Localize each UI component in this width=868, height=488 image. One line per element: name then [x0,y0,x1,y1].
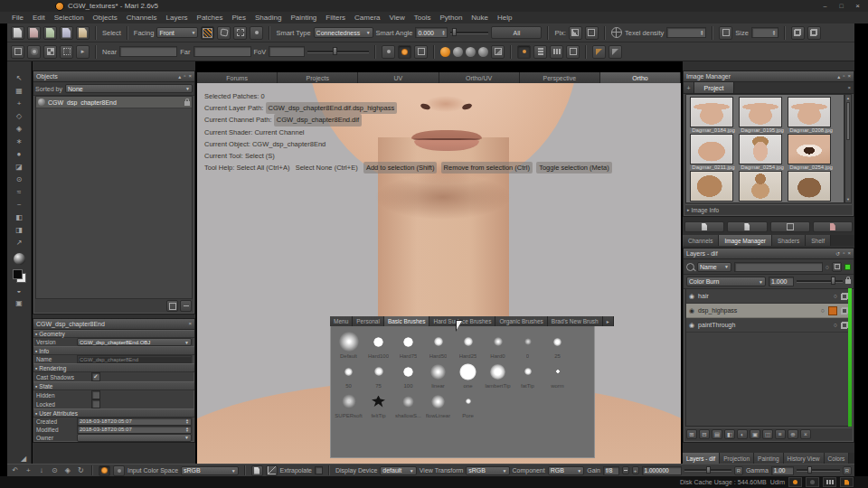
view-reset-icon[interactable]: ↻ [76,465,87,475]
cast-shadows-checkbox[interactable]: ✓ [91,372,100,381]
viewport-tab-perspective[interactable]: Perspective [520,72,600,83]
properties-title-bar[interactable]: CGW_dsp_chapter8End × [33,319,194,330]
fov-field[interactable] [269,46,305,57]
brush-supersoft[interactable]: SUPERsoft [334,390,363,418]
pixel-grid-button[interactable] [585,26,599,40]
gain-minus-button[interactable] [622,466,629,474]
select-object-mode-button[interactable] [201,26,214,40]
image-thumbnail[interactable] [788,134,831,164]
close-icon[interactable]: × [847,250,851,257]
brush-hard100[interactable]: Hard100 [363,331,393,359]
scroll-down-icon[interactable]: ▼ [845,196,851,202]
marquee-select-tool[interactable]: ▦ [12,85,26,96]
close-icon[interactable]: × [188,73,192,80]
view-tumble-icon[interactable]: ↶ [10,465,21,475]
pin-icon[interactable]: ▴ [837,73,840,80]
near-field[interactable] [119,46,177,57]
layer-amount-field[interactable]: 1.000 [769,277,794,286]
locked-checkbox[interactable] [91,399,100,408]
menu-item-channels[interactable]: Channels [122,14,162,22]
open-image-button[interactable] [684,221,724,232]
view-zoom-icon[interactable]: ⊙ [50,465,61,475]
lighting-full-button[interactable] [414,45,428,59]
float-icon[interactable]: ▫ [843,250,844,257]
save-project-button[interactable] [43,26,57,40]
lighting-flat-button[interactable] [382,45,395,59]
image-thumbnail[interactable] [788,171,831,202]
add-mask-button[interactable]: ◐ [737,429,748,439]
tab-shaders[interactable]: Shaders [772,235,806,246]
scroll-up-icon[interactable]: ▲ [845,95,851,101]
close-tab-icon[interactable]: × [847,85,854,90]
version-dropdown[interactable]: CGW_dsp_chapter8End.OBJ ▼ [77,338,192,346]
visibility-eye-icon[interactable]: ◉ [689,293,694,300]
brush-lamberttip[interactable]: lambertTip [483,361,513,389]
menu-item-objects[interactable]: Objects [89,14,122,22]
undock-icon[interactable]: ↺ [835,250,840,257]
color-swatches[interactable] [13,269,26,283]
spray-button[interactable] [113,465,125,476]
new-project-button[interactable] [11,26,24,40]
gamma-reset-button[interactable]: R [843,466,852,475]
paste-button[interactable] [807,26,821,40]
brush-100[interactable]: 100 [393,361,423,389]
user-attributes-section-header[interactable]: ▪User Attributes [33,408,194,418]
image-grid-scrollbar[interactable]: ▲ ▼ [844,94,852,203]
smart-angle-slider[interactable] [450,32,488,34]
select-patch-mode-button[interactable] [217,26,231,40]
paint-tool[interactable]: ● [12,148,26,159]
display-device-dropdown[interactable]: default ▼ [380,466,417,475]
state-section-header[interactable]: ▪State [33,381,194,390]
close-icon[interactable]: × [188,321,192,326]
gain-plus-button[interactable]: + [632,466,639,474]
tab-projection[interactable]: Projection [720,453,754,464]
lock-icon[interactable] [184,101,190,106]
slider-handle[interactable] [333,47,337,55]
slider-handle[interactable] [706,466,711,474]
tab-shelf[interactable]: Shelf [806,235,831,246]
maximize-button[interactable]: □ [835,1,848,10]
brush-0[interactable]: 0 [513,331,542,359]
gain-fstop-field[interactable]: f/8 [603,466,619,475]
mask-circle-icon[interactable]: ○ [834,322,837,328]
image-manager-header[interactable]: Image Manager ▴ ▫ × [684,71,854,82]
tab-image-manager[interactable]: Image Manager [719,235,772,246]
close-icon[interactable]: × [847,73,851,80]
object-list-item[interactable]: CGW_dsp_chapter8End [36,97,192,108]
spinner-icon[interactable]: ▲▼ [700,30,703,35]
layer-row-paintthrough[interactable]: ◉ paintThrough ○ [686,318,851,333]
view-transform-dropdown[interactable]: sRGB ▼ [466,466,509,475]
view-dolly-icon[interactable]: ↓ [36,465,47,475]
tab-colors[interactable]: Colors [825,453,850,464]
layer-amount-slider[interactable] [797,280,843,283]
brushes-tab-organic[interactable]: Organic Brushes [495,316,547,326]
menu-item-edit[interactable]: Edit [28,14,50,22]
image-thumbnail[interactable] [739,97,782,127]
fov-slider[interactable] [307,51,369,53]
menu-item-python[interactable]: Python [435,14,467,22]
brushes-tab-menu[interactable]: Menu [330,316,353,326]
sorted-by-dropdown[interactable]: None ▼ [65,84,193,93]
gradient-tool[interactable]: ◧ [12,211,26,222]
snapshot-button[interactable] [251,465,263,476]
spinner-icon[interactable]: ▲▼ [441,30,445,35]
image-thumbnail[interactable] [690,134,733,164]
fill-tool[interactable]: ◨ [12,224,26,235]
slice-tool[interactable]: ◈ [12,123,26,134]
tab-history-view[interactable]: History View [784,453,825,464]
add-adjustment-button[interactable]: ◧ [724,429,735,439]
shading-basic-ball-icon[interactable] [453,47,463,57]
brush-worm[interactable]: worm [542,361,572,389]
select-tool[interactable]: ↖ [12,72,26,83]
uv-button[interactable] [719,26,732,40]
adjustment-badge[interactable] [828,306,837,315]
float-icon[interactable]: ▫ [184,73,185,80]
slider-handle[interactable] [831,277,835,285]
menu-item-shading[interactable]: Shading [250,14,286,22]
minimize-button[interactable]: – [818,1,832,10]
component-dropdown[interactable]: RGB ▼ [548,466,585,475]
facing-dropdown[interactable]: Front ▼ [156,27,198,38]
smart-angle-field[interactable]: 0.000 ▲▼ [415,27,448,38]
brush-25[interactable]: 25 [542,331,572,359]
flatten-button[interactable]: ≡ [775,429,786,439]
